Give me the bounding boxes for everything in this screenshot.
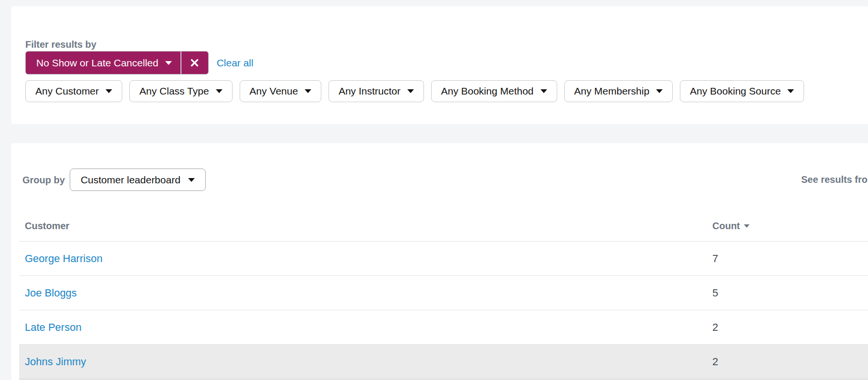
count-value: 5: [712, 287, 718, 299]
active-filters-row: No Show or Late Cancelled Clear all: [25, 51, 254, 74]
leaderboard-table: Customer Count George Harrison 7 Joe Blo…: [19, 211, 868, 380]
chevron-down-icon: [407, 89, 414, 93]
active-filter-chip: No Show or Late Cancelled: [25, 51, 209, 74]
chevron-down-icon: [656, 89, 663, 93]
filter-dropdown-any-venue[interactable]: Any Venue: [240, 80, 322, 102]
filter-dropdown-any-booking-method[interactable]: Any Booking Method: [431, 80, 557, 102]
filter-dropdown-label: Any Instructor: [339, 85, 401, 97]
sort-desc-icon: [744, 224, 750, 228]
filter-dropdown-any-class-type[interactable]: Any Class Type: [129, 80, 233, 102]
results-panel: Group by Customer leaderboard See result…: [11, 143, 868, 380]
chevron-down-icon: [787, 89, 794, 93]
filter-dropdowns-row: Any Customer Any Class Type Any Venue An…: [25, 80, 804, 102]
chevron-down-icon: [305, 89, 311, 93]
report-page: { "colors": { "page_bg": "#f4f5f7", "chi…: [0, 0, 868, 380]
active-filter-label: No Show or Late Cancelled: [36, 57, 159, 69]
table-row[interactable]: Johns Jimmy 2: [19, 345, 868, 379]
chevron-down-icon: [106, 89, 112, 93]
filter-dropdown-any-membership[interactable]: Any Membership: [564, 80, 673, 102]
remove-filter-button[interactable]: [181, 52, 208, 74]
filter-dropdown-any-customer[interactable]: Any Customer: [25, 80, 122, 102]
see-results-text: See results from: [801, 173, 868, 186]
filter-dropdown-label: Any Venue: [250, 85, 298, 97]
active-filter-dropdown[interactable]: No Show or Late Cancelled: [26, 52, 180, 74]
close-icon: [191, 59, 199, 67]
filter-dropdown-label: Any Booking Method: [441, 85, 534, 97]
filter-dropdown-any-instructor[interactable]: Any Instructor: [328, 80, 424, 102]
filter-panel-title: Filter results by: [25, 38, 96, 51]
filter-dropdown-label: Any Customer: [35, 85, 99, 97]
customer-link[interactable]: Joe Bloggs: [19, 287, 77, 299]
count-value: 2: [712, 356, 718, 368]
filter-dropdown-label: Any Membership: [574, 85, 650, 97]
column-header-count[interactable]: Count: [712, 221, 750, 232]
table-header-row: Customer Count: [19, 211, 868, 242]
filter-panel: Filter results by No Show or Late Cancel…: [11, 6, 868, 124]
group-by-value: Customer leaderboard: [81, 174, 180, 186]
group-by-label: Group by: [22, 174, 65, 186]
count-value: 7: [712, 253, 718, 265]
customer-link[interactable]: Johns Jimmy: [19, 356, 86, 368]
clear-all-link[interactable]: Clear all: [217, 57, 254, 69]
count-value: 2: [712, 321, 718, 334]
column-header-customer[interactable]: Customer: [19, 221, 69, 232]
group-by-select[interactable]: Customer leaderboard: [70, 169, 206, 191]
table-body: George Harrison 7 Joe Bloggs 5 Late Pers…: [19, 242, 868, 379]
chevron-down-icon: [165, 61, 172, 65]
customer-link[interactable]: Late Person: [19, 321, 82, 334]
chevron-down-icon: [540, 89, 547, 93]
chevron-down-icon: [216, 89, 222, 93]
customer-link[interactable]: George Harrison: [19, 253, 103, 265]
table-row[interactable]: Late Person 2: [19, 310, 868, 345]
group-by-row: Group by Customer leaderboard: [22, 169, 206, 191]
filter-dropdown-label: Any Class Type: [139, 85, 209, 97]
filter-dropdown-label: Any Booking Source: [690, 85, 781, 97]
filter-dropdown-any-booking-source[interactable]: Any Booking Source: [680, 80, 804, 102]
column-header-count-label: Count: [712, 221, 740, 232]
table-row[interactable]: George Harrison 7: [19, 242, 868, 276]
chevron-down-icon: [188, 178, 195, 182]
table-row[interactable]: Joe Bloggs 5: [19, 276, 868, 310]
